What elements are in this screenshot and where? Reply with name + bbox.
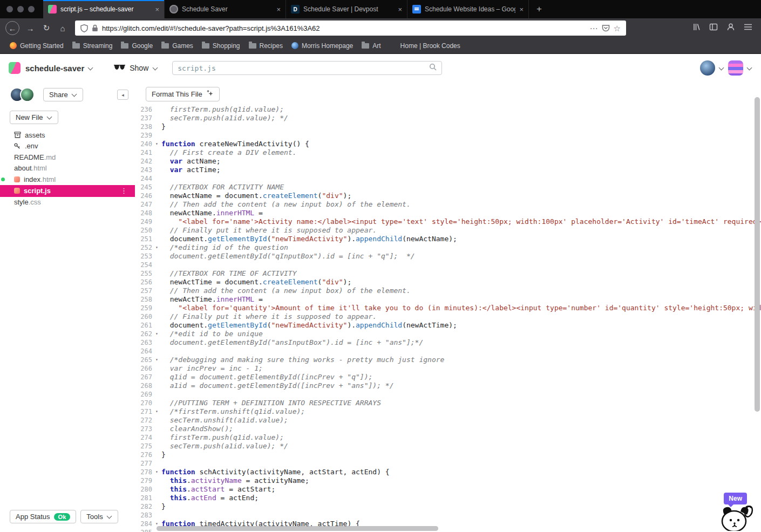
code-line[interactable]: 243 var actTime; (135, 166, 761, 174)
minimize-window-button[interactable] (17, 6, 24, 12)
fold-arrow-icon[interactable]: ▾ (152, 330, 161, 338)
code-line[interactable]: 250 // Finally put it where it is suppos… (135, 226, 761, 235)
bookmark-item[interactable]: Google (117, 38, 157, 53)
code-line[interactable]: 272 secTerm.unshift(a1id.value); (135, 416, 761, 425)
browser-tab[interactable]: DSchedule Saver | Devpost× (286, 0, 407, 18)
file-options-icon[interactable]: ⋮ (120, 187, 127, 195)
code-line[interactable]: 240▾function createNewTimedActivity() { (135, 140, 761, 148)
user-avatar-chevron-icon[interactable] (747, 66, 752, 71)
project-menu-chevron-icon[interactable] (88, 66, 93, 71)
close-window-button[interactable] (6, 6, 13, 12)
code-line[interactable]: 276} (135, 451, 761, 459)
code-line[interactable]: 282} (135, 502, 761, 511)
bookmark-item[interactable]: Streaming (68, 38, 117, 53)
share-button[interactable]: Share (43, 88, 83, 101)
bookmark-item[interactable]: Shopping (198, 38, 244, 53)
back-button[interactable]: ← (5, 21, 19, 35)
code-line[interactable]: 257 // Then add the content (a new input… (135, 287, 761, 295)
new-feature-badge[interactable]: New (724, 493, 747, 504)
code-line[interactable]: 241 // First create a DIV element. (135, 148, 761, 157)
zoom-window-button[interactable] (28, 6, 35, 12)
bookmark-item[interactable]: Art (357, 38, 385, 53)
code-line[interactable]: 248 newActName.innerHTML = (135, 209, 761, 217)
code-line[interactable]: 274 firstTerm.push(q1id.value); (135, 433, 761, 442)
app-status-button[interactable]: App StatusOk (10, 510, 76, 523)
code-line[interactable]: 279 this.activityName = activityName; (135, 476, 761, 485)
code-line[interactable]: 267 q1id = document.getElementById([incP… (135, 373, 761, 381)
fold-arrow-icon[interactable]: ▾ (152, 468, 161, 476)
collaborator-avatar[interactable] (20, 87, 35, 102)
tools-button[interactable]: Tools (80, 510, 118, 523)
tab-close-icon[interactable]: × (276, 5, 281, 13)
code-line[interactable]: 245 //TEXTBOX FOR ACTIVITY NAME (135, 183, 761, 192)
project-avatar-chevron-icon[interactable] (719, 66, 724, 71)
code-line[interactable]: 261 document.getElementById("newTimedAct… (135, 321, 761, 330)
code-line[interactable]: 266 var incPrev = inc - 1; (135, 364, 761, 373)
bookmark-star-icon[interactable]: ☆ (614, 24, 621, 32)
code-line[interactable]: 242 var actName; (135, 157, 761, 166)
code-line[interactable]: 256 newActTime = document.createElement(… (135, 278, 761, 287)
search-icon[interactable] (429, 63, 437, 73)
user-avatar[interactable] (728, 60, 743, 76)
reload-button[interactable]: ↻ (38, 20, 55, 36)
code-line[interactable]: 254 (135, 261, 761, 269)
code-line[interactable]: 263 document.getElementById("ansInputBox… (135, 338, 761, 347)
code-line[interactable]: 262▾ /*edit id to be unique (135, 330, 761, 338)
browser-tab[interactable]: Schedule Saver× (165, 0, 286, 18)
bookmark-item[interactable]: Morris Homepage (287, 38, 357, 53)
code-line[interactable]: 275 secTerm.push(a1id.value); */ (135, 442, 761, 451)
glitch-logo-icon[interactable] (9, 62, 21, 74)
tab-close-icon[interactable]: × (155, 5, 159, 13)
url-bar[interactable]: https://glitch.com/edit/#!/schedule-save… (75, 21, 626, 36)
lock-icon[interactable] (92, 24, 98, 32)
file-item-README-md[interactable]: README.md (0, 152, 135, 163)
menu-icon[interactable] (744, 23, 752, 33)
code-line[interactable]: 271▾ /*firstTerm.unshift(q1id.value); (135, 407, 761, 416)
code-line[interactable]: 280 this.actStart = actStart; (135, 485, 761, 494)
code-line[interactable]: 273 clearAndShow(); (135, 425, 761, 433)
code-line[interactable]: 258 newActTime.innerHTML = (135, 295, 761, 304)
vertical-scrollbar-thumb[interactable] (755, 97, 760, 412)
code-line[interactable]: 264 (135, 347, 761, 356)
code-line[interactable]: 238} (135, 122, 761, 131)
tab-close-icon[interactable]: × (519, 5, 524, 13)
collapse-sidebar-button[interactable]: ◂ (117, 90, 128, 100)
code-line[interactable]: 252▾ /*editing id of the question (135, 243, 761, 252)
bookmark-home-brook-codes[interactable]: Home | Brook Codes (396, 38, 465, 53)
bookmark-item[interactable]: Games (157, 38, 198, 53)
forward-button[interactable]: → (22, 20, 38, 36)
project-avatar[interactable] (700, 60, 715, 76)
file-item-about-html[interactable]: about.html (0, 163, 135, 174)
code-line[interactable]: 277 (135, 459, 761, 468)
project-name[interactable]: schedule-saver (25, 64, 84, 73)
home-button[interactable]: ⌂ (55, 20, 71, 36)
code-line[interactable]: 251 document.getElementById("newTimedAct… (135, 235, 761, 243)
page-actions-icon[interactable]: ⋯ (590, 24, 598, 32)
browser-tab[interactable]: script.js – schedule-saver× (43, 0, 165, 18)
code-line[interactable]: 268 a1id = document.getElementById([incP… (135, 381, 761, 390)
code-line[interactable]: 237 secTerm.push(a1id.value); */ (135, 114, 761, 122)
file-item-style-css[interactable]: style.css (0, 197, 135, 208)
code-line[interactable]: 236 firstTerm.push(q1id.value); (135, 105, 761, 114)
library-icon[interactable] (692, 23, 701, 33)
code-line[interactable]: 283 (135, 511, 761, 520)
code-line[interactable]: 255 //TEXTBOX FOR TIME OF ACTIVITY (135, 269, 761, 278)
fold-arrow-icon[interactable]: ▾ (152, 243, 161, 252)
file-item-assets[interactable]: assets (0, 129, 135, 141)
code-line[interactable]: 259 "<label for='quantity'>Amount of tim… (135, 304, 761, 312)
sidebar-toggle-icon[interactable] (709, 23, 718, 33)
code-line[interactable]: 253 document.getElementById("qInputBox")… (135, 252, 761, 261)
format-file-button[interactable]: Format This File (146, 87, 220, 101)
glitch-dog-mascot[interactable] (719, 503, 755, 532)
new-file-button[interactable]: New File (10, 111, 58, 124)
code-line[interactable]: 281 this.actEnd = actEnd; (135, 494, 761, 502)
code-area[interactable]: 236 firstTerm.push(q1id.value);237 secTe… (135, 105, 761, 532)
code-line[interactable]: 278▾function schActivity(activityName, a… (135, 468, 761, 476)
fold-arrow-icon[interactable]: ▾ (152, 140, 161, 148)
code-line[interactable]: 246 newActName = document.createElement(… (135, 192, 761, 200)
code-line[interactable]: 270 //PUTTING TERM + DEFINITION INTO RES… (135, 399, 761, 407)
bookmark-item[interactable]: Getting Started (5, 38, 68, 53)
file-item-script-js[interactable]: script.js⋮ (0, 185, 135, 197)
show-menu[interactable]: Show (114, 64, 158, 72)
horizontal-scrollbar-thumb[interactable] (157, 526, 438, 531)
